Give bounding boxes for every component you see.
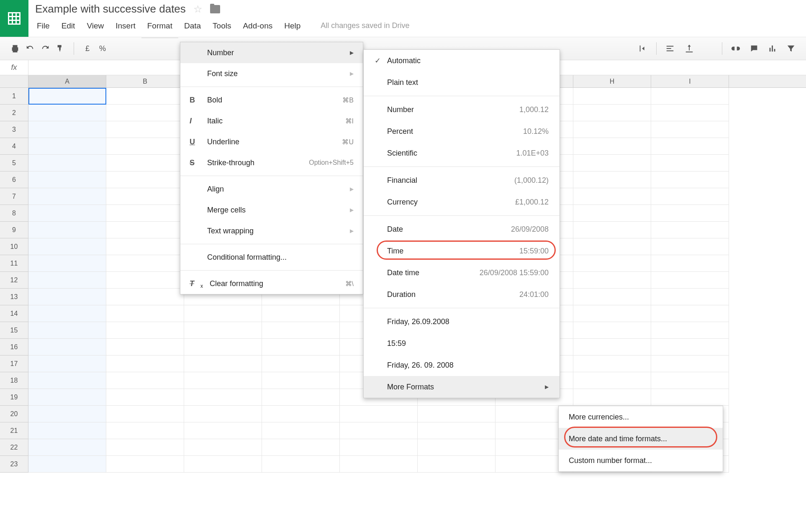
row-header[interactable]: 14 — [0, 305, 28, 322]
cell[interactable] — [28, 238, 106, 255]
paint-format-icon[interactable] — [55, 44, 65, 53]
cell[interactable] — [28, 305, 106, 322]
format-number[interactable]: Number▶ — [180, 42, 363, 63]
cell[interactable] — [340, 439, 418, 456]
cell[interactable] — [573, 155, 651, 171]
cell[interactable] — [262, 322, 340, 339]
cell[interactable] — [573, 88, 651, 105]
cell[interactable] — [184, 305, 262, 322]
cell[interactable] — [184, 372, 262, 389]
col-header-B[interactable]: B — [106, 75, 184, 87]
cell[interactable] — [262, 456, 340, 473]
row-header[interactable]: 4 — [0, 138, 28, 155]
cell[interactable] — [651, 356, 729, 372]
row-header[interactable]: 17 — [0, 356, 28, 372]
cell[interactable] — [262, 305, 340, 322]
cell[interactable] — [28, 439, 106, 456]
doc-title[interactable]: Example with successive dates — [35, 3, 186, 15]
row-header[interactable]: 13 — [0, 289, 28, 305]
format-underline[interactable]: UUnderline⌘U — [180, 131, 363, 152]
cell[interactable] — [651, 171, 729, 188]
numfmt-custom1[interactable]: Friday, 26.09.2008 — [364, 311, 560, 332]
menu-insert[interactable]: Insert — [116, 21, 136, 31]
cell[interactable] — [573, 205, 651, 222]
numfmt-time[interactable]: Time15:59:00 — [364, 240, 560, 262]
numfmt-more-formats[interactable]: More Formats▶ — [364, 376, 560, 398]
row-header[interactable]: 1 — [0, 88, 28, 105]
cell[interactable] — [418, 422, 495, 439]
select-all-corner[interactable] — [0, 75, 28, 87]
redo-icon[interactable] — [40, 44, 50, 53]
cell[interactable] — [28, 372, 106, 389]
filter-icon[interactable] — [786, 44, 796, 53]
link-icon[interactable] — [731, 44, 741, 53]
cell[interactable] — [418, 439, 495, 456]
cell[interactable] — [106, 238, 184, 255]
cell[interactable] — [184, 406, 262, 422]
format-font-size[interactable]: Font size▶ — [180, 63, 363, 84]
cell[interactable] — [573, 255, 651, 272]
format-align[interactable]: Align▶ — [180, 179, 363, 200]
menu-tools[interactable]: Tools — [213, 21, 231, 31]
cell[interactable] — [573, 222, 651, 238]
cell[interactable] — [262, 356, 340, 372]
col-header-A[interactable]: A — [28, 75, 106, 87]
numfmt-duration[interactable]: Duration24:01:00 — [364, 284, 560, 305]
cell[interactable] — [418, 456, 495, 473]
cell[interactable] — [340, 422, 418, 439]
format-conditional[interactable]: Conditional formatting... — [180, 247, 363, 268]
cell[interactable] — [262, 439, 340, 456]
col-header-H[interactable]: H — [573, 75, 651, 87]
cell[interactable] — [28, 222, 106, 238]
comment-icon[interactable] — [749, 44, 759, 53]
cell[interactable] — [184, 322, 262, 339]
row-header[interactable]: 19 — [0, 389, 28, 406]
undo-icon[interactable] — [25, 44, 35, 53]
row-header[interactable]: 10 — [0, 238, 28, 255]
cell[interactable] — [106, 121, 184, 138]
cell[interactable] — [28, 456, 106, 473]
cell[interactable] — [28, 121, 106, 138]
cell[interactable] — [106, 171, 184, 188]
row-header[interactable]: 5 — [0, 155, 28, 171]
row-header[interactable]: 8 — [0, 205, 28, 222]
row-header[interactable]: 22 — [0, 439, 28, 456]
cell[interactable] — [28, 188, 106, 205]
menu-format[interactable]: Format — [147, 21, 172, 31]
cell[interactable] — [106, 439, 184, 456]
cell[interactable] — [28, 322, 106, 339]
cell[interactable] — [651, 205, 729, 222]
cell[interactable] — [651, 305, 729, 322]
cell[interactable] — [184, 389, 262, 406]
numfmt-scientific[interactable]: Scientific1.01E+03 — [364, 142, 560, 164]
cell[interactable] — [651, 289, 729, 305]
currency-icon[interactable]: £ — [82, 44, 92, 53]
cell[interactable] — [651, 372, 729, 389]
cell[interactable] — [573, 171, 651, 188]
cell[interactable] — [106, 406, 184, 422]
cell[interactable] — [106, 138, 184, 155]
cell[interactable] — [262, 422, 340, 439]
menu-edit[interactable]: Edit — [62, 21, 75, 31]
row-header[interactable]: 23 — [0, 456, 28, 473]
cell[interactable] — [184, 339, 262, 356]
cell[interactable] — [262, 372, 340, 389]
cell[interactable] — [573, 322, 651, 339]
menu-file[interactable]: File — [37, 21, 50, 31]
numfmt-number[interactable]: Number1,000.12 — [364, 99, 560, 120]
cell[interactable] — [573, 305, 651, 322]
row-header[interactable]: 21 — [0, 422, 28, 439]
print-icon[interactable] — [10, 44, 20, 53]
cell[interactable] — [573, 121, 651, 138]
format-wrap[interactable]: Text wrapping▶ — [180, 220, 363, 241]
numfmt-date[interactable]: Date26/09/2008 — [364, 218, 560, 240]
menu-view[interactable]: View — [87, 21, 104, 31]
cell[interactable] — [28, 171, 106, 188]
cell[interactable] — [573, 188, 651, 205]
row-header[interactable]: 20 — [0, 406, 28, 422]
star-icon[interactable]: ☆ — [193, 3, 203, 15]
row-header[interactable]: 2 — [0, 105, 28, 121]
row-header[interactable]: 18 — [0, 372, 28, 389]
more-currencies[interactable]: More currencies... — [559, 406, 723, 428]
menu-addons[interactable]: Add-ons — [243, 21, 272, 31]
